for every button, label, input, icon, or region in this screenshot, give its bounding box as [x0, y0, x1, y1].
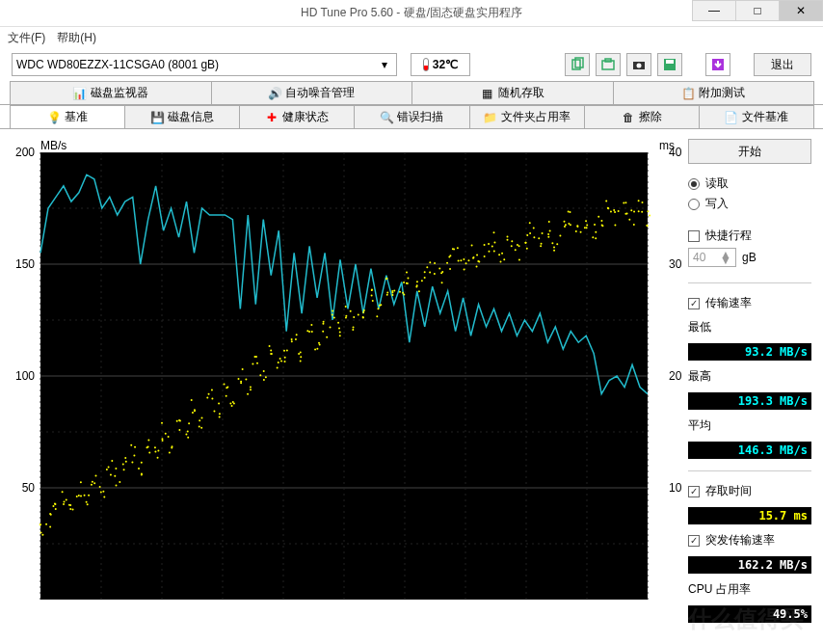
- svg-point-344: [605, 200, 607, 201]
- start-button[interactable]: 开始: [688, 139, 811, 164]
- svg-point-59: [259, 374, 261, 376]
- tab-info[interactable]: 💾磁盘信息: [124, 105, 240, 128]
- svg-point-245: [463, 258, 465, 260]
- tab-monitor[interactable]: 📊磁盘监视器: [10, 81, 212, 104]
- svg-point-121: [125, 461, 127, 463]
- svg-point-271: [49, 513, 51, 515]
- svg-point-228: [330, 327, 332, 329]
- download-button[interactable]: [705, 53, 730, 76]
- exit-button[interactable]: 退出: [754, 53, 811, 76]
- svg-point-267: [633, 224, 635, 226]
- svg-point-106: [624, 201, 626, 203]
- menu-help[interactable]: 帮助(H): [57, 30, 96, 46]
- svg-point-214: [224, 384, 226, 386]
- tab-error[interactable]: 🔍错误扫描: [354, 105, 469, 128]
- svg-point-174: [529, 222, 531, 224]
- tab-health[interactable]: ✚健康状态: [239, 105, 355, 128]
- tab-filebench[interactable]: 📄文件基准: [699, 105, 814, 128]
- svg-point-244: [458, 259, 460, 261]
- svg-point-168: [488, 243, 490, 245]
- svg-point-202: [134, 446, 136, 448]
- svg-point-200: [115, 468, 117, 470]
- svg-point-278: [100, 491, 102, 493]
- svg-point-176: [547, 236, 549, 238]
- radio-write[interactable]: 写入: [688, 196, 811, 212]
- svg-point-194: [72, 508, 74, 510]
- svg-point-162: [438, 268, 440, 270]
- svg-point-53: [218, 403, 220, 405]
- svg-point-251: [507, 235, 509, 237]
- svg-point-328: [488, 251, 490, 253]
- svg-point-63: [295, 338, 297, 340]
- svg-point-129: [185, 433, 187, 435]
- svg-point-212: [206, 396, 208, 398]
- svg-point-324: [457, 247, 459, 249]
- svg-point-92: [517, 244, 518, 246]
- tabs-upper: 📊磁盘监视器 🔊自动噪音管理 ▦随机存取 📋附加测试: [0, 81, 823, 105]
- tab-benchmark[interactable]: 💡基准: [10, 105, 125, 128]
- svg-point-141: [278, 362, 279, 363]
- svg-point-140: [270, 349, 272, 351]
- screenshot-button[interactable]: [596, 53, 621, 76]
- maximize-button[interactable]: □: [735, 0, 780, 21]
- max-label: 最高: [688, 368, 811, 385]
- svg-point-160: [424, 271, 426, 273]
- tab-extra[interactable]: 📋附加测试: [613, 81, 815, 104]
- svg-point-100: [580, 231, 582, 233]
- tab-random[interactable]: ▦随机存取: [412, 81, 614, 104]
- svg-point-270: [40, 532, 42, 534]
- tab-erase[interactable]: 🗑擦除: [584, 105, 700, 128]
- svg-point-85: [460, 259, 462, 261]
- copy-button[interactable]: [565, 53, 590, 76]
- svg-point-74: [377, 308, 379, 309]
- check-access[interactable]: 存取时间: [688, 483, 811, 499]
- svg-point-266: [623, 202, 624, 204]
- svg-point-218: [252, 363, 253, 365]
- menu-file[interactable]: 文件(F): [8, 30, 45, 46]
- svg-point-142: [284, 361, 286, 362]
- search-icon: 🔍: [380, 111, 393, 124]
- radio-read[interactable]: 读取: [688, 175, 811, 192]
- check-transfer[interactable]: 传输速率: [688, 295, 811, 311]
- svg-point-259: [568, 211, 570, 213]
- svg-point-279: [110, 473, 112, 475]
- svg-point-151: [358, 313, 359, 315]
- svg-point-154: [376, 315, 378, 317]
- svg-point-95: [540, 245, 542, 247]
- svg-point-98: [564, 226, 566, 228]
- save-button[interactable]: [657, 53, 682, 76]
- svg-point-149: [338, 327, 340, 329]
- svg-point-291: [199, 419, 200, 421]
- test-icon: 📋: [681, 87, 695, 100]
- close-button[interactable]: ✕: [779, 0, 823, 21]
- minimize-button[interactable]: —: [692, 0, 736, 21]
- check-shortstroke[interactable]: 快捷行程: [688, 228, 811, 244]
- trash-icon: 🗑: [622, 111, 635, 124]
- svg-point-303: [291, 340, 293, 342]
- svg-point-339: [570, 211, 571, 213]
- svg-point-307: [322, 331, 324, 333]
- svg-point-102: [592, 236, 594, 238]
- svg-point-264: [607, 207, 609, 209]
- svg-point-150: [350, 310, 352, 312]
- svg-point-57: [250, 389, 252, 390]
- tab-folder[interactable]: 📁文件夹占用率: [469, 105, 585, 128]
- svg-point-62: [286, 349, 288, 351]
- svg-point-311: [352, 329, 354, 331]
- check-burst[interactable]: 突发传输速率: [688, 532, 811, 549]
- cpu-value: 49.5%: [688, 605, 811, 623]
- svg-point-305: [310, 324, 312, 326]
- svg-point-282: [131, 462, 133, 464]
- side-panel: 开始 读取 写入 快捷行程 40▲▼ gB 传输速率 最低 93.2 MB/s …: [688, 139, 811, 623]
- svg-point-272: [52, 505, 54, 507]
- svg-point-250: [503, 258, 505, 260]
- tab-aam[interactable]: 🔊自动噪音管理: [211, 81, 413, 104]
- camera-button[interactable]: [626, 53, 651, 76]
- drive-select[interactable]: WDC WD80EZZX-11CSGA0 (8001 gB) ▾: [12, 53, 397, 76]
- svg-point-320: [421, 280, 423, 282]
- svg-point-164: [452, 248, 454, 250]
- svg-point-97: [551, 242, 553, 244]
- svg-point-79: [416, 281, 418, 282]
- svg-point-48: [176, 420, 178, 422]
- svg-point-145: [306, 330, 308, 332]
